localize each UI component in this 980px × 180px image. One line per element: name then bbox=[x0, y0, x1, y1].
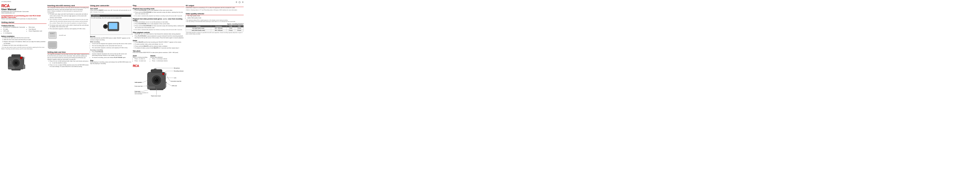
playback-recording-steps: Press PLAY/PAUSE once to start playback … bbox=[133, 10, 185, 17]
delete-steps: Press DELETE and the last recording and … bbox=[133, 42, 185, 49]
svg-point-4 bbox=[20, 57, 22, 59]
battery-block: Battery installation Push (to the right)… bbox=[2, 35, 46, 50]
svg-line-62 bbox=[143, 86, 147, 86]
inserting-sd-step: The camcorder supports a memory card cap… bbox=[50, 28, 89, 30]
svg-rect-45 bbox=[147, 85, 148, 87]
recording-indicator-label: Recording indicator bbox=[174, 70, 184, 72]
battery-steps: Push (to the right) and hold the front c… bbox=[2, 37, 46, 47]
hq-mode: HQ: High quality mode bbox=[188, 15, 243, 17]
take-photo-block: Take photo Press and release WEB PHOTO t… bbox=[133, 50, 185, 54]
while-recording-title: While recording: bbox=[90, 41, 132, 43]
playback-video-block: Playback from video preview mode (press … bbox=[133, 18, 185, 31]
volume-during: During video playback: bbox=[150, 56, 168, 58]
cross-icon2: ✛ bbox=[242, 1, 243, 3]
insert-sd-block: Inserting microSD memory card The compos… bbox=[48, 4, 89, 49]
congrats-block: Congratulations on purchasing your new R… bbox=[2, 14, 46, 20]
resolution-cell: 468 × 336 pixel bbox=[211, 29, 226, 31]
2gb-cell: 1 hour bbox=[226, 27, 235, 29]
box-item: 2 × AA Batteries bbox=[3, 32, 25, 34]
column-mid1: Inserting microSD memory card The compos… bbox=[48, 4, 89, 97]
svg-text:Front compartment: Front compartment bbox=[49, 48, 57, 49]
record-body: Press and hold the red RECORD button ● (… bbox=[90, 37, 132, 41]
svg-rect-13 bbox=[11, 69, 21, 70]
main-content: RCA User Manual EZ206/EZ207 RCA Small Wo… bbox=[2, 4, 243, 97]
turn-on-body: Press and hold ON/OFF to turn on or off.… bbox=[90, 10, 132, 13]
svg-point-36 bbox=[154, 69, 155, 70]
inserting-sd-title: Inserting microSD memory card bbox=[48, 5, 89, 7]
box-item: USB cable bbox=[3, 30, 25, 32]
delete-step: To delete all videos, press & hold DELET… bbox=[135, 47, 185, 49]
inserting-sd-note1: Refer to 'Battery installation' for more… bbox=[48, 10, 89, 13]
battery-step: Replace with equal 2 AA batteries. Make … bbox=[3, 41, 46, 44]
microphone-label: Microphone bbox=[174, 68, 180, 69]
focusing-item: Press PLAY/PAUSE. bbox=[92, 51, 132, 53]
column-left: RCA User Manual EZ206/EZ207 RCA Small Wo… bbox=[2, 4, 46, 97]
focusing-item: A pause indicator ‖ replaces the red ● a… bbox=[92, 53, 132, 56]
col-2gb: 2 GB bbox=[226, 25, 235, 27]
while-recording-item: A red ● and the elapsed time appears at … bbox=[92, 43, 132, 45]
inserting-sd-steps: To insert card, align card with Card Sym… bbox=[48, 13, 89, 30]
settings-cell: HQ (High Quality mode) bbox=[186, 27, 211, 29]
other-playback-item: Press PLAY/PAUSE to pause playback (a pa… bbox=[135, 35, 185, 39]
recording-duration-block: Approx. recording duration* Settings Res… bbox=[186, 23, 243, 35]
content-box: Content of the box EZ206/EZ207 SmallWond… bbox=[2, 24, 46, 34]
getting-started-title: Getting started bbox=[2, 21, 46, 24]
focusing-block: Focusing a recording: Press PLAY/PAUSE. … bbox=[90, 49, 132, 59]
lcd-screen-box: LCD screen For self recordings, the LCD … bbox=[90, 14, 132, 35]
playback-recording-block: Playback from recording mode: Press PLAY… bbox=[133, 8, 185, 17]
playback-video-steps: Press and release ◄ or ► to cue the prev… bbox=[133, 21, 185, 31]
svg-text:microSD: microSD bbox=[50, 33, 54, 34]
version-text: v3.0 (EN)(US/MX3) bbox=[2, 1, 11, 2]
playback-video-step: Press and hold PLAY/PAUSE for three seco… bbox=[135, 25, 185, 29]
zoom-volume-block: Zoom Before or during recording: Press +… bbox=[133, 55, 185, 62]
zoom-before: Before or during recording: bbox=[133, 56, 148, 58]
microsd-diagram: microSD microSD card bbox=[48, 31, 89, 40]
setting-date-steps: Press ◄ or ► to shift among month, date,… bbox=[48, 60, 89, 68]
zoom-item: Press + to zoom in. bbox=[135, 58, 148, 60]
zoom-list: Press + to zoom in. Press − to zoom out. bbox=[133, 58, 148, 62]
svg-rect-17 bbox=[50, 35, 55, 36]
svg-point-9 bbox=[10, 62, 11, 63]
svg-text:more information.: more information. bbox=[135, 93, 143, 95]
audio-speaker-label: Audio speaker bbox=[135, 82, 142, 83]
playback-video-step: Press PLAY/PAUSE once to start playback … bbox=[135, 23, 185, 25]
logo-block: RCA User Manual EZ206/EZ207 RCA Small Wo… bbox=[2, 4, 46, 14]
svg-point-38 bbox=[156, 69, 156, 70]
lcd-diagram bbox=[91, 20, 131, 33]
table-row: HQ (High Quality mode) 640 × 480 pixel 1… bbox=[186, 27, 243, 29]
table-footnote: * Recording duration is based on specifi… bbox=[186, 32, 243, 35]
8gb-cell: 8 hours bbox=[235, 29, 243, 31]
playback-step: If no video is selected after playback h… bbox=[135, 15, 185, 17]
box-item: AV cable bbox=[3, 29, 25, 30]
svg-point-43 bbox=[148, 81, 149, 81]
delete-step: Press DELETE and the last recording and … bbox=[135, 42, 185, 43]
rca-logo-diagram: RCA bbox=[133, 64, 139, 68]
congrats-text: Please read these instructions for quick… bbox=[2, 18, 46, 20]
svg-point-41 bbox=[148, 79, 149, 79]
strap-hole-label: Camcorder strap hole bbox=[170, 80, 181, 82]
website-url: www.rcaaudiovideo.com bbox=[2, 12, 46, 14]
tripod-label: Tripod screw mount bbox=[151, 95, 161, 96]
column-right2: AV output Audio/Video output for connect… bbox=[186, 4, 243, 97]
settings-table: Settings Resolutions 2 GB 8 GB HQ (High … bbox=[186, 25, 243, 31]
svg-rect-44 bbox=[148, 86, 155, 89]
while-recording-list: A red ● and the elapsed time appears at … bbox=[90, 43, 132, 48]
volume-list: Press + to increase volume. Press − to d… bbox=[150, 58, 168, 62]
rca-logo: RCA bbox=[2, 4, 46, 8]
playback-video-step: If no video is selected after playback h… bbox=[135, 29, 185, 31]
settings-cell: webQ (Web Quality mode) bbox=[186, 29, 211, 31]
playback-video-step: Press and release ◄ or ► to cue the prev… bbox=[135, 21, 185, 23]
video-quality-title: Video quality selector bbox=[186, 13, 243, 15]
svg-line-64 bbox=[165, 82, 171, 86]
lens-label: Lens bbox=[174, 77, 177, 79]
svg-rect-18 bbox=[50, 36, 55, 37]
box-item: EZ206/EZ207 SmallWonder Camcorder bbox=[3, 26, 25, 28]
inserting-sd-step: Tips: Inserting a memory card while the … bbox=[50, 19, 89, 24]
battery-note: • You may also need to insert a microSD … bbox=[2, 47, 46, 50]
svg-rect-6 bbox=[8, 66, 15, 69]
congrats-title: Congratulations on purchasing your new R… bbox=[2, 15, 46, 18]
play-title: Play bbox=[133, 5, 185, 7]
resolution-cell: 640 × 480 pixel bbox=[211, 27, 226, 29]
inserting-sd-step: To insert card, align card with Card Sym… bbox=[50, 13, 89, 19]
svg-rect-21 bbox=[49, 42, 56, 47]
